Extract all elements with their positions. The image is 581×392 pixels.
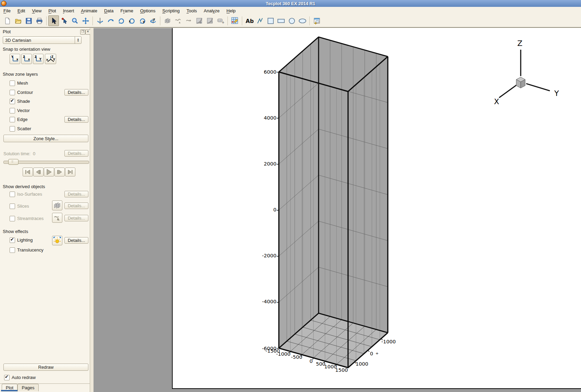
step-forward-button[interactable]	[54, 168, 65, 176]
snap-orientation-label: Snap to orientation view	[3, 47, 50, 52]
skip-to-start-icon	[24, 169, 31, 175]
print-button[interactable]	[34, 15, 45, 26]
add-circle-button[interactable]	[286, 15, 297, 26]
edit-grid-button[interactable]	[230, 15, 240, 26]
lighting-tool-button[interactable]	[52, 236, 62, 245]
vector-checkbox[interactable]	[10, 108, 15, 113]
effects-label: Show effects	[3, 229, 28, 234]
rotate-spherical-button[interactable]	[95, 15, 105, 26]
first-frame-button[interactable]	[23, 168, 33, 176]
add-polyline-button[interactable]	[255, 15, 265, 26]
snap-view-yz-button[interactable]: ZY	[33, 54, 44, 64]
x-tick-label: 0	[309, 358, 312, 364]
mesh-checkbox[interactable]	[10, 81, 15, 86]
tab-pages[interactable]: Pages	[17, 384, 39, 391]
plot-type-value: 3D Cartesian	[3, 38, 75, 43]
menu-plot[interactable]: Plot	[45, 8, 59, 14]
translate-tool-button[interactable]	[80, 15, 91, 26]
add-slice-button[interactable]	[162, 15, 173, 26]
svg-text:+: +	[199, 21, 202, 24]
dropdown-spinner-icon: ▲▼	[75, 37, 81, 44]
edge-details-button[interactable]: Details...	[64, 116, 88, 123]
snap-view-3d-button[interactable]: ZxY	[45, 54, 56, 64]
slice-tool-button[interactable]	[52, 200, 62, 210]
svg-text:+: +	[314, 21, 317, 25]
rotate-z-button[interactable]: z	[148, 15, 158, 26]
last-frame-button[interactable]	[65, 168, 75, 176]
orientation-z-label: Z	[517, 39, 522, 48]
solution-time-details-button: Details...	[64, 150, 88, 157]
slices-checkbox	[10, 204, 15, 209]
add-ellipse-button[interactable]	[297, 15, 308, 26]
auto-redraw-checkbox[interactable]	[4, 375, 10, 380]
menu-edit[interactable]: Edit	[14, 8, 28, 14]
y-zero-tick-marker: +	[375, 351, 379, 356]
menu-animate[interactable]: Animate	[77, 8, 101, 14]
sun-icon	[53, 236, 61, 245]
add-contour-level-button[interactable]: +	[194, 15, 205, 26]
remove-contour-level-button[interactable]: −	[205, 15, 215, 26]
menu-insert[interactable]: Insert	[60, 8, 78, 14]
menu-view[interactable]: View	[28, 8, 45, 14]
svg-text:+: +	[222, 21, 224, 24]
svg-text:Y: Y	[53, 58, 55, 61]
solution-time-slider-handle[interactable]	[8, 159, 18, 165]
translucency-checkbox[interactable]	[10, 247, 15, 253]
menu-frame[interactable]: Frame	[117, 8, 137, 14]
menu-tools[interactable]: Tools	[183, 8, 200, 14]
orientation-x-label: X	[494, 97, 499, 106]
scatter-checkbox[interactable]	[10, 126, 15, 132]
y-tick-label: 1000	[356, 361, 368, 367]
plot-type-dropdown[interactable]: 3D Cartesian ▲▼	[3, 36, 82, 44]
panel-float-button[interactable]: ❐	[80, 29, 85, 35]
z-tick-label: 0	[273, 207, 276, 212]
save-button[interactable]	[23, 15, 34, 26]
lighting-details-button[interactable]: Details...	[64, 237, 88, 244]
title-bar[interactable]: Tecplot 360 EX 2014 R1	[0, 0, 581, 7]
streamtrace-tool-button[interactable]	[52, 213, 62, 223]
menu-analyze[interactable]: Analyze	[200, 8, 223, 14]
rotate-x-button[interactable]: x	[126, 15, 137, 26]
rotate-twist-button[interactable]	[116, 15, 126, 26]
edge-checkbox[interactable]	[10, 117, 15, 122]
new-file-button[interactable]	[2, 15, 13, 26]
add-contour-label-button[interactable]: 1.2+	[215, 15, 226, 26]
add-rectangle-button[interactable]	[276, 15, 286, 26]
step-back-icon	[35, 169, 42, 175]
play-button[interactable]	[44, 168, 54, 176]
rotate-xy-button[interactable]: y	[137, 15, 148, 26]
snap-view-xy-button[interactable]: Yx	[10, 54, 20, 64]
zoom-tool-button[interactable]	[70, 15, 80, 26]
step-back-button[interactable]	[33, 168, 44, 176]
z-axis-labels: 6000 4000 2000 0 -2000 -4000 -6000	[262, 69, 276, 351]
panel-close-button[interactable]: ✕	[85, 29, 90, 35]
add-streamtrace-rake-button[interactable]	[183, 15, 194, 26]
menu-data[interactable]: Data	[101, 8, 117, 14]
plot-3d-view[interactable]: 6000 4000 2000 0 -2000 -4000 -6000 -1500…	[173, 28, 581, 388]
lighting-checkbox[interactable]	[10, 237, 15, 243]
toolbar: x y z + − 1.2+ Ab +	[0, 14, 581, 28]
adjustor-tool-button[interactable]	[59, 15, 70, 26]
menu-scripting[interactable]: Scripting	[159, 8, 183, 14]
selector-tool-button[interactable]	[48, 15, 59, 26]
x-tick-label: -1000	[276, 351, 290, 357]
redraw-button[interactable]: Redraw	[3, 364, 88, 371]
add-streamtrace-button[interactable]	[173, 15, 183, 26]
menu-file[interactable]: File	[0, 8, 14, 14]
iso-surfaces-label: Iso-Surfaces	[17, 192, 42, 197]
menu-help[interactable]: Help	[223, 8, 239, 14]
contour-details-button[interactable]: Details...	[64, 89, 88, 96]
slice-icon	[53, 202, 61, 209]
snap-view-xz-button[interactable]: Zx	[21, 54, 32, 64]
add-text-button[interactable]: Ab	[244, 15, 255, 26]
open-file-button[interactable]	[13, 15, 23, 26]
menu-options[interactable]: Options	[137, 8, 159, 14]
plot-frame[interactable]: 6000 4000 2000 0 -2000 -4000 -6000 -1500…	[172, 28, 581, 389]
zone-style-button[interactable]: Zone Style...	[3, 135, 88, 142]
shade-checkbox[interactable]	[10, 99, 15, 104]
rotate-rollerball-button[interactable]	[105, 15, 116, 26]
add-square-button[interactable]	[265, 15, 276, 26]
contour-label: Contour	[17, 90, 33, 95]
contour-checkbox[interactable]	[10, 90, 15, 95]
add-frame-button[interactable]: +	[311, 15, 322, 26]
